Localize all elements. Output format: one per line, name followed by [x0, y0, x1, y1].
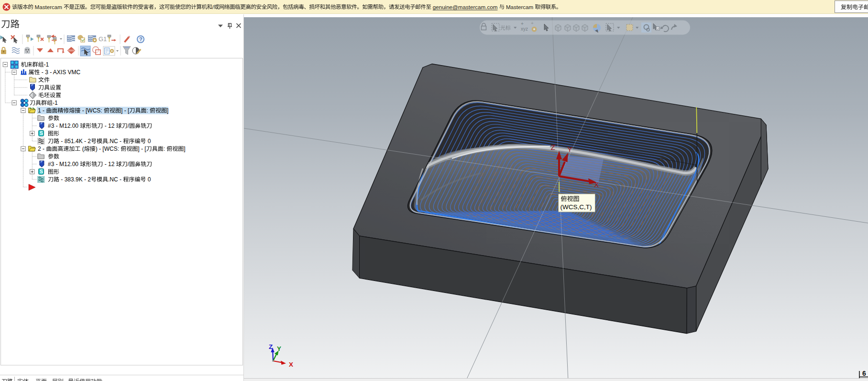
svg-text:+: + [531, 21, 534, 26]
svg-text:?: ? [139, 36, 143, 42]
svg-text:1 -: 1 - [38, 107, 46, 114]
svg-text:-1: -1 [53, 100, 58, 106]
svg-text:S: S [40, 131, 43, 136]
svg-text:-1: -1 [44, 61, 49, 68]
svg-text:) - [WCS:: ) - [WCS: [96, 146, 121, 152]
svg-text::: : [164, 146, 167, 152]
svg-text:Z: Z [269, 343, 273, 350]
svg-text:- 851.4K - 2: - 851.4K - 2 [59, 138, 91, 145]
svg-text:- 12: - 12 [103, 161, 116, 168]
svg-text:genuine@mastercam.com: genuine@mastercam.com [432, 4, 497, 10]
svg-text:.NC -: .NC - [108, 176, 123, 183]
svg-text:(: ( [80, 146, 84, 152]
svg-text::: : [146, 107, 150, 114]
svg-text:]: ] [167, 107, 168, 114]
svg-text:0: 0 [146, 176, 151, 183]
svg-text:2 -: 2 - [38, 146, 46, 152]
svg-text:(WCS,C,T): (WCS,C,T) [560, 203, 592, 211]
svg-text:S: S [40, 169, 43, 174]
svg-text:- 383.9K - 2: - 383.9K - 2 [59, 176, 91, 183]
svg-text:] - [: ] - [ [121, 107, 130, 114]
svg-text:#3 - M12.00: #3 - M12.00 [48, 123, 80, 129]
svg-text:X: X [289, 361, 293, 368]
svg-text:0: 0 [146, 138, 151, 145]
svg-text:Mastercam: Mastercam [33, 4, 64, 10]
svg-text:- [WCS:: - [WCS: [80, 107, 104, 114]
svg-text:+: + [521, 21, 524, 26]
svg-text:.NC -: .NC - [108, 138, 123, 145]
svg-text:- 12: - 12 [103, 123, 116, 129]
svg-text:]: ] [184, 146, 185, 152]
svg-text:Y: Y [567, 145, 572, 153]
svg-text:#3 - M12.00: #3 - M12.00 [48, 161, 80, 168]
svg-text:] - [: ] - [ [138, 146, 146, 152]
svg-text:X: X [594, 180, 599, 189]
svg-text:G1: G1 [99, 35, 107, 43]
svg-text:6: 6 [862, 370, 866, 377]
svg-text:Y: Y [277, 345, 281, 352]
svg-text:Mastercam: Mastercam [504, 4, 535, 10]
svg-text:/: / [212, 4, 214, 10]
svg-text:xyz: xyz [521, 26, 528, 32]
svg-text:- 3 - AXIS VMC: - 3 - AXIS VMC [40, 69, 81, 76]
svg-text:Z: Z [551, 143, 555, 151]
